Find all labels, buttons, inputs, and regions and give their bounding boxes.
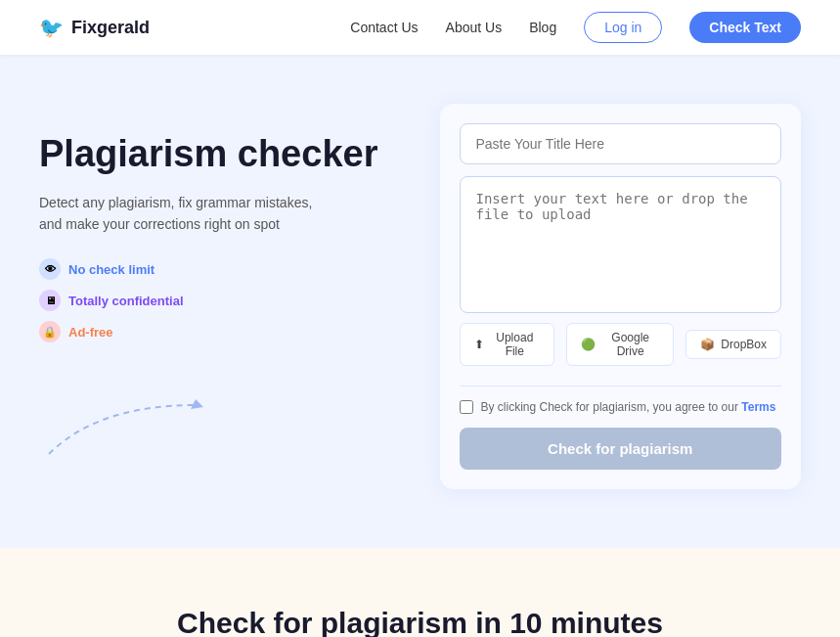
steps-title: Check for plagiarism in 10 minutes bbox=[39, 607, 801, 637]
google-drive-label: Google Drive bbox=[601, 331, 659, 358]
terms-checkbox[interactable] bbox=[460, 400, 473, 414]
dashed-arrow bbox=[39, 386, 215, 464]
hero-section: Plagiarism checker Detect any plagiarism… bbox=[0, 55, 840, 548]
hero-title: Plagiarism checker bbox=[39, 133, 401, 176]
login-button[interactable]: Log in bbox=[584, 12, 662, 43]
dropbox-icon: 📦 bbox=[700, 338, 715, 351]
hero-left: Plagiarism checker Detect any plagiarism… bbox=[39, 104, 401, 468]
google-drive-button[interactable]: 🟢 Google Drive bbox=[566, 323, 674, 366]
form-panel-wrapper: ⬆ Upload File 🟢 Google Drive 📦 DropBox B… bbox=[440, 104, 802, 489]
google-drive-icon: 🟢 bbox=[581, 338, 596, 351]
ad-free-label: Ad-free bbox=[68, 325, 113, 340]
logo-icon: 🐦 bbox=[39, 16, 64, 39]
svg-marker-0 bbox=[191, 399, 203, 409]
confidential-icon: 🖥 bbox=[39, 290, 61, 311]
confidential-label: Totally confidential bbox=[68, 294, 184, 308]
title-input[interactable] bbox=[460, 123, 782, 164]
check-plagiarism-button[interactable]: Check for plagiarism bbox=[460, 428, 782, 470]
dropbox-label: DropBox bbox=[721, 338, 767, 351]
upload-file-icon: ⬆ bbox=[474, 338, 484, 351]
divider bbox=[460, 386, 782, 387]
logo-text: Fixgerald bbox=[71, 18, 150, 38]
terms-link[interactable]: Terms bbox=[741, 400, 775, 414]
badge-no-check-limit: 👁 No check limit bbox=[39, 258, 401, 280]
upload-file-button[interactable]: ⬆ Upload File bbox=[460, 323, 555, 366]
dropbox-button[interactable]: 📦 DropBox bbox=[685, 330, 781, 359]
badge-confidential: 🖥 Totally confidential bbox=[39, 290, 401, 311]
form-panel: ⬆ Upload File 🟢 Google Drive 📦 DropBox B… bbox=[440, 104, 802, 489]
no-check-limit-icon: 👁 bbox=[39, 258, 61, 280]
upload-row: ⬆ Upload File 🟢 Google Drive 📦 DropBox bbox=[460, 313, 782, 372]
navbar: 🐦 Fixgerald Contact Us About Us Blog Log… bbox=[0, 0, 840, 55]
terms-text: By clicking Check for plagiarism, you ag… bbox=[481, 400, 776, 414]
feature-badges: 👁 No check limit 🖥 Totally confidential … bbox=[39, 258, 401, 342]
nav-contact[interactable]: Contact Us bbox=[350, 20, 418, 35]
nav-links: Contact Us About Us Blog Log in Check Te… bbox=[350, 12, 801, 43]
logo: 🐦 Fixgerald bbox=[39, 16, 150, 39]
steps-section: Check for plagiarism in 10 minutes ⬆️ Pa… bbox=[0, 548, 840, 637]
nav-about[interactable]: About Us bbox=[446, 20, 503, 35]
hero-subtitle: Detect any plagiarism, fix grammar mista… bbox=[39, 192, 332, 236]
no-check-limit-label: No check limit bbox=[68, 262, 155, 277]
text-input[interactable] bbox=[460, 176, 782, 313]
check-text-button[interactable]: Check Text bbox=[689, 12, 801, 43]
upload-file-label: Upload File bbox=[490, 331, 541, 358]
nav-blog[interactable]: Blog bbox=[529, 20, 556, 35]
ad-free-icon: 🔒 bbox=[39, 321, 61, 342]
badge-ad-free: 🔒 Ad-free bbox=[39, 321, 401, 342]
terms-row: By clicking Check for plagiarism, you ag… bbox=[460, 400, 782, 414]
